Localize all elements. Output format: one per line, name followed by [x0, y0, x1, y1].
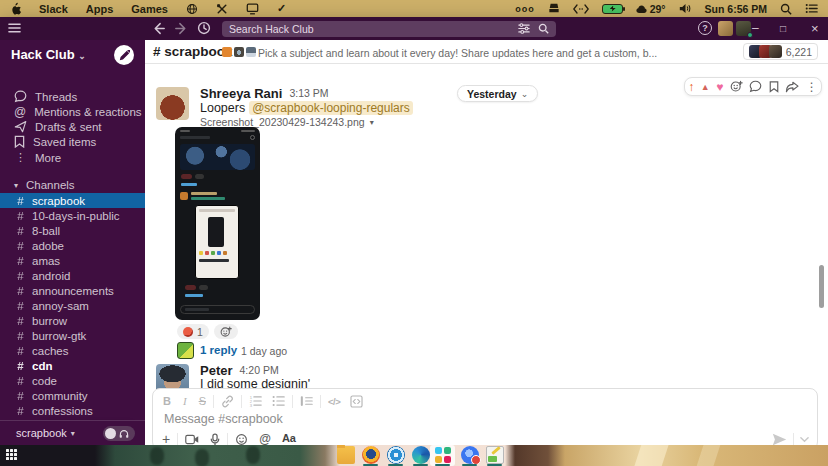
weather-widget[interactable]: 29°: [636, 3, 666, 15]
sidebar-channel-code[interactable]: #code: [0, 373, 145, 388]
start-menu-button[interactable]: [6, 449, 18, 461]
spotlight-search-icon[interactable]: [780, 3, 792, 15]
formatting-toggle-button[interactable]: Aa: [282, 432, 296, 446]
sidebar-channel-cdn[interactable]: #cdn: [0, 358, 145, 373]
globe-icon[interactable]: [186, 3, 198, 15]
message-composer[interactable]: B I S 123 </> Message #scrapbook +: [152, 388, 818, 450]
sidebar-channel-adobe[interactable]: #adobe: [0, 238, 145, 253]
add-reaction-pill[interactable]: [214, 324, 238, 339]
apple-logo-icon[interactable]: [10, 2, 21, 15]
channels-section-header[interactable]: ▾ Channels: [0, 178, 145, 192]
taskbar-firefox-icon[interactable]: [362, 446, 380, 464]
taskbar-browser-icon[interactable]: [387, 446, 405, 464]
huddle-workspace-label[interactable]: scrapbook: [16, 427, 67, 439]
audio-clip-button[interactable]: [210, 433, 220, 446]
sidebar-channel-community[interactable]: #community: [0, 388, 145, 403]
taskbar-file-manager-icon[interactable]: [337, 446, 355, 464]
history-clock-icon[interactable]: [197, 21, 211, 35]
bold-button[interactable]: B: [163, 395, 171, 407]
upvote-emoji-button[interactable]: ↑: [688, 80, 694, 94]
sidebar-item-saved[interactable]: Saved items: [0, 134, 145, 149]
battery-indicator[interactable]: [602, 4, 623, 14]
sidebar-channel-annoy-sam[interactable]: #annoy-sam: [0, 298, 145, 313]
help-icon[interactable]: ?: [698, 21, 712, 35]
strikethrough-button[interactable]: S: [199, 395, 206, 407]
scrollbar-thumb[interactable]: [819, 265, 824, 308]
reaction-pill-hackclub[interactable]: 1: [177, 324, 209, 339]
italic-button[interactable]: I: [183, 395, 187, 407]
taskbar-text-editor-icon[interactable]: [486, 446, 504, 464]
volume-icon[interactable]: [679, 3, 692, 14]
taskbar-slack-icon[interactable]: [434, 446, 452, 464]
menu-slack[interactable]: Slack: [39, 3, 68, 15]
status-dots[interactable]: ooo: [515, 4, 535, 14]
menu-apps[interactable]: Apps: [86, 3, 114, 15]
blockquote-button[interactable]: [300, 395, 313, 407]
mention-button[interactable]: @: [259, 432, 271, 446]
search-icon[interactable]: [538, 23, 549, 34]
member-count-button[interactable]: 6,221: [743, 43, 818, 60]
schedule-send-chevron[interactable]: [800, 436, 809, 443]
display-icon[interactable]: [246, 3, 259, 15]
video-clip-button[interactable]: [185, 434, 199, 445]
window-minimize-button[interactable]: –: [752, 17, 759, 40]
sidebar-channel-10-days-in-public[interactable]: #10-days-in-public: [0, 208, 145, 223]
window-maximize-button[interactable]: □: [780, 17, 786, 40]
sidebar-channel-android[interactable]: #android: [0, 268, 145, 283]
sidebar-item-mentions[interactable]: @ Mentions & reactions: [0, 104, 145, 119]
heart-emoji-button[interactable]: ♥: [716, 80, 723, 94]
check-icon[interactable]: ✓: [277, 2, 286, 15]
message-author[interactable]: Shreeya Rani: [200, 86, 282, 101]
reply-thread-button[interactable]: [749, 80, 762, 93]
control-center-icon[interactable]: [805, 3, 818, 14]
thread-replies-link[interactable]: 1 reply: [200, 344, 237, 356]
taskbar-edge-icon[interactable]: [412, 446, 430, 464]
history-back-button[interactable]: [152, 22, 165, 35]
search-bar[interactable]: Search Hack Club: [222, 21, 556, 37]
sidebar-item-more[interactable]: ⋮ More: [0, 150, 145, 165]
taskbar-chat-app-icon[interactable]: [461, 446, 479, 464]
user-avatar[interactable]: [736, 21, 751, 36]
device-icon[interactable]: [548, 3, 560, 14]
attachment-image[interactable]: [175, 127, 260, 320]
triangle-emoji-button[interactable]: ▲: [701, 82, 710, 92]
message-timestamp[interactable]: 4:20 PM: [240, 364, 279, 376]
usergroup-mention[interactable]: @scrapbook-looping-regulars: [249, 101, 413, 115]
workspace-switcher-avatar[interactable]: [718, 21, 733, 36]
sidebar-channel-confessions[interactable]: #confessions: [0, 403, 145, 418]
ordered-list-button[interactable]: 123: [249, 395, 262, 407]
code-button[interactable]: </>: [328, 396, 340, 407]
share-message-button[interactable]: [785, 81, 799, 93]
sidebar-channel-caches[interactable]: #caches: [0, 343, 145, 358]
thread-reply-avatar[interactable]: [177, 342, 194, 359]
bullet-list-button[interactable]: [272, 395, 285, 407]
message-author[interactable]: Peter: [200, 363, 233, 378]
sidebar-item-drafts[interactable]: Drafts & sent: [0, 119, 145, 134]
sidebar-channel-scrapbook[interactable]: #scrapbook: [0, 193, 145, 208]
compose-button[interactable]: [114, 45, 134, 65]
send-button[interactable]: [772, 433, 787, 446]
sidebar-channel-burrow[interactable]: #burrow: [0, 313, 145, 328]
system-clock[interactable]: Sun 6:56 PM: [705, 3, 767, 15]
sidebar-channel-8-ball[interactable]: #8-ball: [0, 223, 145, 238]
channel-topic[interactable]: Pick a subject and learn about it every …: [258, 47, 728, 59]
workspace-switcher[interactable]: Hack Club ⌄: [11, 47, 86, 62]
window-close-button[interactable]: ×: [811, 17, 819, 40]
date-divider-pill[interactable]: Yesterday ⌄: [457, 85, 538, 102]
add-reaction-button[interactable]: [730, 80, 743, 93]
huddle-toggle[interactable]: [103, 426, 135, 441]
more-actions-button[interactable]: ⋮: [806, 80, 818, 94]
sidebar-channel-amas[interactable]: #amas: [0, 253, 145, 268]
link-button[interactable]: [221, 395, 234, 408]
tools-icon[interactable]: [216, 3, 228, 15]
avatar-shreeya[interactable]: [156, 87, 189, 120]
history-forward-button[interactable]: [175, 22, 188, 35]
search-filter-icon[interactable]: [518, 23, 530, 34]
emoji-button[interactable]: [235, 433, 248, 446]
menu-games[interactable]: Games: [131, 3, 168, 15]
sidebar-channel-announcements[interactable]: #announcements: [0, 283, 145, 298]
network-arrows-icon[interactable]: [573, 4, 589, 14]
save-bookmark-button[interactable]: [769, 80, 779, 93]
message-timestamp[interactable]: 3:13 PM: [289, 87, 328, 99]
hamburger-menu-icon[interactable]: [8, 22, 21, 34]
